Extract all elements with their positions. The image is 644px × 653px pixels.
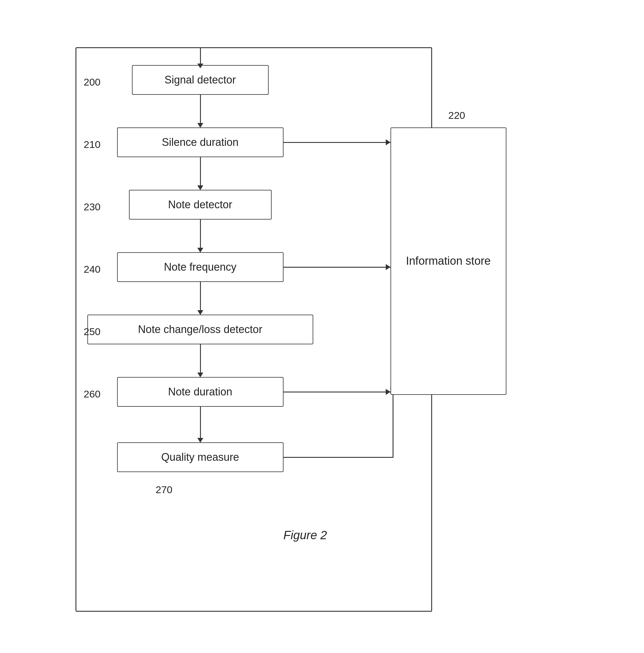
arrowhead-silence-to-info (386, 139, 390, 145)
arrowhead-duration-to-info (386, 389, 390, 395)
label-220: 220 (449, 110, 466, 121)
arrow-change-to-duration (200, 344, 201, 374)
arrow-freq-to-change (200, 282, 201, 312)
arrow-quality-to-info-h (284, 457, 393, 458)
arrowhead-silence-to-note-det (197, 185, 203, 190)
arrow-silence-to-info (284, 142, 390, 143)
node-note-change-loss: Note change/loss detector (87, 315, 313, 344)
arrowhead-duration-to-quality (197, 438, 203, 443)
arrow-silence-to-note-det (200, 157, 201, 187)
node-note-detector-label: Note detector (168, 198, 232, 211)
node-note-frequency: Note frequency (117, 252, 284, 282)
label-270: 270 (156, 484, 173, 495)
node-note-duration: Note duration (117, 377, 284, 407)
label-260: 260 (84, 388, 101, 400)
label-200: 200 (84, 76, 101, 88)
node-note-frequency-label: Note frequency (164, 261, 236, 273)
arrow-note-det-to-freq (200, 220, 201, 249)
arrow-freq-to-info (284, 267, 390, 268)
arrow-duration-to-info (284, 391, 390, 392)
figure-label: Figure 2 (284, 529, 327, 542)
label-240: 240 (84, 264, 101, 275)
node-signal-detector: Signal detector (132, 65, 269, 95)
label-250: 250 (84, 326, 101, 338)
label-210: 210 (84, 139, 101, 150)
arrowhead-freq-to-info (386, 264, 390, 270)
node-quality-measure-label: Quality measure (161, 451, 239, 463)
arrow-top-loop (200, 48, 201, 65)
diagram-container: Signal detector 200 Silence duration 210… (40, 29, 604, 624)
arrow-quality-to-info-v (392, 389, 393, 458)
arrowhead-signal-to-silence (197, 123, 203, 128)
arrow-signal-to-silence (200, 95, 201, 124)
node-note-change-loss-label: Note change/loss detector (138, 323, 262, 336)
node-info-store: Information store (390, 127, 506, 395)
node-signal-detector-label: Signal detector (164, 74, 236, 86)
arrowhead-note-det-to-freq (197, 248, 203, 252)
node-info-store-label: Information store (406, 254, 491, 268)
arrow-duration-to-quality (200, 407, 201, 439)
node-note-duration-label: Note duration (168, 386, 232, 398)
arrowhead-freq-to-change (197, 310, 203, 315)
arrowhead-top-loop (197, 64, 203, 68)
node-silence-duration: Silence duration (117, 127, 284, 157)
node-quality-measure: Quality measure (117, 442, 284, 472)
node-note-detector: Note detector (129, 190, 271, 220)
node-silence-duration-label: Silence duration (162, 136, 238, 148)
arrowhead-change-to-duration (197, 372, 203, 377)
label-230: 230 (84, 201, 101, 213)
